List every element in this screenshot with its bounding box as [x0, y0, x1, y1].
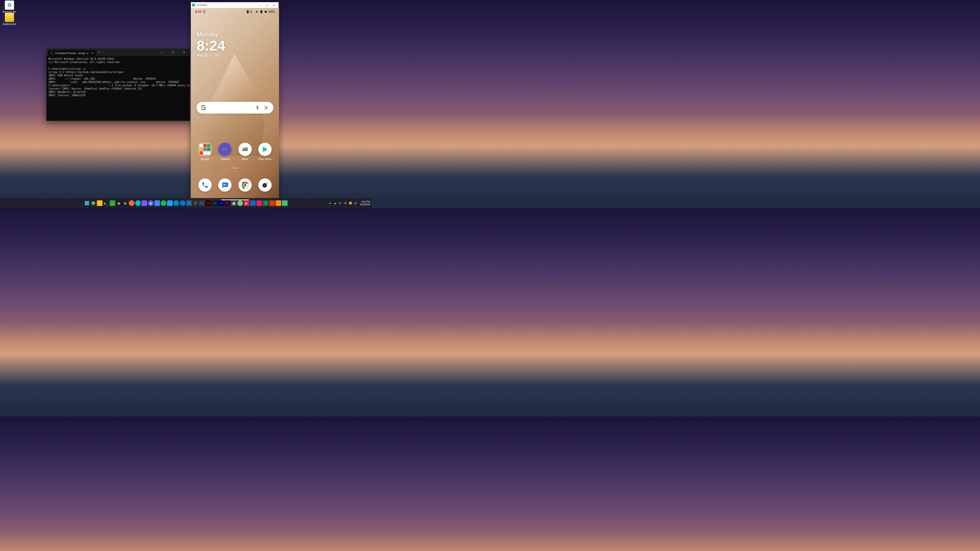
taskbar-photoshop[interactable]: Ps — [212, 200, 218, 206]
tray-volume-icon[interactable]: 🔊 — [354, 202, 357, 205]
taskbar-app-lightblue[interactable] — [167, 200, 173, 206]
tray-settings-icon[interactable]: ⚙ — [344, 202, 347, 205]
taskbar-explorer[interactable] — [97, 200, 103, 206]
taskbar-app-red[interactable]: ▶ — [244, 200, 250, 206]
new-tab-button[interactable]: + — [98, 50, 100, 54]
widget-day: Monday — [197, 31, 225, 38]
svg-point-18 — [93, 203, 94, 204]
tab-close-icon[interactable]: ✕ — [91, 52, 94, 55]
recycle-bin[interactable]: Recycle Bin — [0, 0, 18, 13]
widget-date-row: Mar 10 ☾ 13° — [197, 53, 225, 57]
app-label: Games — [217, 157, 233, 160]
phone-status-bar[interactable]: 8:24 📳 ᛒ ! 65% — [191, 8, 279, 16]
taskbar-lrc[interactable]: Lrc — [199, 200, 205, 206]
games-app[interactable]: 🎮 Games — [217, 143, 233, 160]
scrcpy-maximize-button[interactable]: ▢ — [263, 2, 270, 8]
taskbar-steam[interactable]: ◉ — [116, 200, 122, 206]
svg-point-12 — [244, 184, 247, 186]
taskbar-app-blue[interactable] — [154, 200, 160, 206]
svg-point-6 — [267, 109, 269, 110]
tray-chevron-icon[interactable]: ˄ — [323, 202, 327, 205]
svg-point-14 — [263, 184, 266, 187]
widget-time: 8:24 — [197, 38, 225, 53]
status-time: 8:24 — [195, 10, 201, 14]
sim-icon: ! — [259, 10, 263, 14]
terminal-tab-title: Command Prompt - scrcpy -e — [55, 52, 89, 55]
google-search-bar[interactable] — [197, 102, 274, 114]
tray-sync-icon[interactable]: ⟳ — [339, 202, 342, 205]
moon-icon: ☾ — [209, 53, 213, 57]
chrome-app[interactable] — [237, 178, 253, 193]
bluetooth-icon: ᛒ — [250, 10, 254, 14]
messages-icon — [218, 178, 232, 192]
taskbar[interactable]: ▸_ ◉ ⊗ ◉ ⧉ {} Lrc Ai Ps Au Pr ▦ ▶ X ˄ ◉ … — [0, 198, 372, 208]
terminal-titlebar[interactable]: Command Prompt - scrcpy -e ✕ + ⌄ — ▢ ✕ — [46, 49, 190, 56]
phone-app[interactable] — [197, 178, 213, 193]
taskbar-illustrator[interactable]: Ai — [205, 200, 211, 206]
taskbar-excel[interactable]: X — [263, 200, 269, 206]
svg-point-5 — [266, 107, 267, 108]
home-indicator[interactable] — [221, 199, 249, 200]
scrcpy-window[interactable]: CPH2647 — ▢ ✕ 8:24 📳 ᛒ ! 65% Monday 8:24… — [191, 2, 279, 202]
terminal-tab[interactable]: Command Prompt - scrcpy -e ✕ — [48, 50, 96, 56]
taskbar-app-pink[interactable] — [256, 200, 262, 206]
system-tray[interactable]: ˄ ◉ ☁ ⟳ ⚙ 📶 🔊 8:24 PM 3/10/2025 — [323, 200, 370, 206]
tray-cloud-icon[interactable]: ☁ — [333, 202, 337, 205]
scrcpy-close-button[interactable]: ✕ — [270, 2, 277, 8]
tray-nvidia-icon[interactable]: ◉ — [328, 202, 332, 205]
playstore-app[interactable]: Play Store — [257, 143, 273, 160]
battery-icon — [264, 10, 268, 14]
terminal-minimize-button[interactable]: — — [156, 49, 167, 56]
tray-wifi-icon[interactable]: 📶 — [349, 202, 352, 205]
svg-rect-9 — [223, 185, 226, 186]
taskbar-app-amber[interactable] — [276, 200, 281, 206]
taskbar-app-gray[interactable]: ▦ — [231, 200, 237, 206]
taskbar-app-orange2[interactable] — [269, 200, 275, 206]
taskbar-vscode[interactable]: ⧉ — [186, 200, 192, 206]
taskbar-dev[interactable]: {} — [193, 200, 198, 206]
terminal-window[interactable]: Command Prompt - scrcpy -e ✕ + ⌄ — ▢ ✕ M… — [46, 48, 190, 121]
taskbar-app-mint[interactable] — [237, 200, 243, 206]
playstore-icon — [258, 143, 272, 156]
taskbar-clock[interactable]: 8:24 PM 3/10/2025 — [360, 200, 370, 206]
page-indicator — [191, 167, 279, 169]
taskbar-terminal[interactable]: ▸_ — [103, 200, 109, 206]
tab-dropdown[interactable]: ⌄ — [102, 51, 103, 54]
dock — [191, 178, 279, 193]
taskbar-app-purple[interactable] — [142, 200, 147, 206]
taskbar-discord[interactable]: ◉ — [148, 200, 154, 206]
taskbar-app-orange[interactable] — [129, 200, 135, 206]
phone-screen[interactable]: 8:24 📳 ᛒ ! 65% Monday 8:24 Mar 10 ☾ 13° — [191, 8, 279, 202]
terminal-output[interactable]: Microsoft Windows [Version 10.0.26100.31… — [46, 56, 190, 98]
meet-app[interactable]: Meet — [237, 143, 253, 160]
taskbar-scrcpy[interactable] — [282, 200, 288, 206]
taskbar-app-cyan[interactable] — [135, 200, 141, 206]
cmd-icon — [51, 52, 54, 54]
camera-app[interactable] — [257, 178, 273, 193]
audiobooks-folder[interactable]: Audiobooks — [0, 13, 18, 25]
taskbar-minecraft[interactable] — [110, 200, 115, 206]
taskbar-premiere[interactable]: Pr — [224, 200, 230, 206]
taskbar-edge[interactable] — [180, 200, 186, 206]
scrcpy-icon — [192, 3, 195, 6]
taskbar-center: ▸_ ◉ ⊗ ◉ ⧉ {} Lrc Ai Ps Au Pr ▦ ▶ X — [84, 200, 288, 206]
taskbar-app-green[interactable] — [161, 200, 166, 206]
scrcpy-titlebar[interactable]: CPH2647 — ▢ ✕ — [191, 2, 278, 8]
scrcpy-minimize-button[interactable]: — — [256, 2, 263, 8]
taskbar-telegram[interactable] — [173, 200, 179, 206]
google-folder[interactable]: Google — [197, 143, 213, 160]
voice-search-icon[interactable] — [255, 105, 260, 111]
taskbar-chrome[interactable] — [91, 200, 96, 206]
battery-percent: 65% — [269, 10, 275, 14]
taskbar-xbox[interactable]: ⊗ — [123, 200, 128, 206]
messages-app[interactable] — [217, 178, 233, 193]
taskbar-audition[interactable]: Au — [218, 200, 224, 206]
terminal-maximize-button[interactable]: ▢ — [167, 49, 178, 56]
taskbar-app-darkblue[interactable] — [250, 200, 256, 206]
phone-icon — [198, 178, 212, 192]
clock-widget[interactable]: Monday 8:24 Mar 10 ☾ 13° — [197, 31, 225, 57]
brave-shield-icon — [202, 10, 206, 14]
google-lens-icon[interactable] — [264, 105, 269, 111]
start-button[interactable] — [84, 200, 90, 206]
terminal-close-button[interactable]: ✕ — [178, 49, 190, 56]
